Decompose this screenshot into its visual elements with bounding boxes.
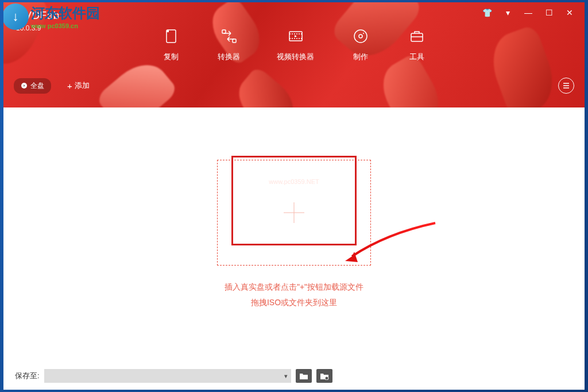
tab-label: 制作 bbox=[353, 52, 368, 62]
tools-icon bbox=[407, 26, 427, 46]
app-window: ↓ 河东软件园 www pc0359.cn DVDFab 10.0.3.9 👕 … bbox=[3, 2, 585, 390]
svg-point-6 bbox=[363, 33, 364, 34]
drop-zone[interactable]: www.pc0359.NET bbox=[217, 160, 371, 266]
svg-rect-1 bbox=[222, 30, 226, 33]
close-button[interactable]: ✕ bbox=[565, 8, 574, 17]
iso-target-button[interactable] bbox=[316, 369, 332, 383]
maximize-button[interactable]: ☐ bbox=[544, 8, 554, 17]
tab-label: 转换器 bbox=[218, 52, 240, 62]
tab-video-converter[interactable]: 视频转换器 bbox=[277, 26, 314, 62]
footer-bar: 保存至: ▾ bbox=[3, 362, 585, 390]
instruction-line1: 插入真实盘或者点击"+"按钮加载源文件 bbox=[225, 279, 363, 295]
watermark-url: www pc0359.cn bbox=[31, 22, 100, 29]
tab-converter[interactable]: 转换器 bbox=[218, 26, 240, 62]
plus-icon bbox=[284, 202, 304, 223]
disc-icon bbox=[21, 82, 28, 89]
app-header: ↓ 河东软件园 www pc0359.cn DVDFab 10.0.3.9 👕 … bbox=[3, 2, 585, 107]
browse-folder-button[interactable] bbox=[296, 369, 312, 383]
instruction-text: 插入真实盘或者点击"+"按钮加载源文件 拖拽ISO或文件夹到这里 bbox=[225, 279, 363, 310]
copy-icon bbox=[161, 26, 181, 46]
theme-icon[interactable]: 👕 bbox=[482, 8, 492, 17]
full-disc-label: 全盘 bbox=[30, 81, 44, 91]
save-to-label: 保存至: bbox=[15, 371, 40, 381]
window-controls: 👕 ▾ — ☐ ✕ bbox=[482, 8, 574, 17]
tab-copy[interactable]: 复制 bbox=[161, 26, 181, 62]
list-icon bbox=[562, 82, 570, 89]
add-button[interactable]: + 添加 bbox=[67, 80, 90, 91]
svg-rect-2 bbox=[233, 39, 236, 43]
tab-label: 复制 bbox=[164, 52, 179, 62]
folder-disc-icon bbox=[320, 372, 329, 380]
chevron-down-icon: ▾ bbox=[284, 372, 288, 380]
watermark-title: 河东软件园 bbox=[31, 4, 100, 22]
highlight-box bbox=[231, 156, 357, 245]
site-watermark: ↓ 河东软件园 www pc0359.cn bbox=[3, 3, 100, 30]
svg-point-9 bbox=[325, 376, 328, 380]
minimize-button[interactable]: — bbox=[524, 8, 533, 17]
add-label: 添加 bbox=[75, 80, 90, 91]
plus-icon: + bbox=[67, 81, 72, 91]
center-watermark: www.pc0359.NET bbox=[269, 178, 319, 185]
video-converter-icon bbox=[286, 26, 305, 46]
svg-point-4 bbox=[354, 30, 367, 43]
save-path-select[interactable]: ▾ bbox=[44, 369, 291, 383]
creator-icon bbox=[351, 26, 370, 46]
nav-tabs: 复制 转换器 视频转换器 制作 bbox=[3, 26, 585, 62]
svg-point-5 bbox=[359, 34, 362, 38]
folder-icon bbox=[299, 372, 308, 380]
tab-label: 工具 bbox=[409, 52, 424, 62]
dropdown-icon[interactable]: ▾ bbox=[503, 8, 512, 17]
list-menu-button[interactable] bbox=[558, 78, 574, 94]
watermark-badge-icon: ↓ bbox=[3, 3, 29, 30]
instruction-line2: 拖拽ISO或文件夹到这里 bbox=[225, 295, 363, 310]
tab-creator[interactable]: 制作 bbox=[351, 26, 370, 62]
svg-rect-7 bbox=[411, 33, 423, 41]
full-disc-button[interactable]: 全盘 bbox=[14, 78, 51, 94]
sub-toolbar: 全盘 + 添加 bbox=[14, 78, 574, 94]
tab-label: 视频转换器 bbox=[277, 52, 314, 62]
converter-icon bbox=[219, 26, 239, 46]
tab-tools[interactable]: 工具 bbox=[407, 26, 427, 62]
content-area: www.pc0359.NET 插入真实盘或者点击"+"按钮加载源文件 拖拽ISO… bbox=[3, 107, 585, 362]
